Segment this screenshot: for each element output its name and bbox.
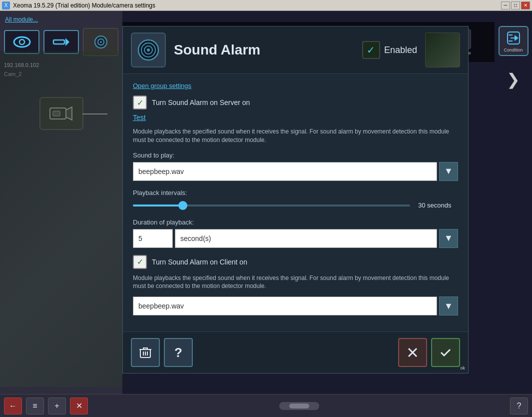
- slider-row: 30 seconds: [133, 200, 458, 210]
- client-sound-dropdown-button[interactable]: ▼: [439, 296, 458, 316]
- title-bar: X Xeoma 19.5.29 (Trial edition) Module/c…: [0, 0, 532, 11]
- slider-value-label: 30 seconds: [418, 202, 458, 209]
- camera-preview-thumbnail: [425, 32, 460, 68]
- enabled-section: ✓ Enabled: [362, 41, 417, 59]
- scroll-bar[interactable]: [279, 402, 319, 410]
- bottom-left-buttons: ← ≡ + ✕: [4, 398, 88, 414]
- close-button[interactable]: ✕: [521, 2, 530, 10]
- client-sound-input-row: ▼: [133, 296, 458, 316]
- add-button[interactable]: +: [48, 398, 66, 414]
- background-camera-image: [0, 51, 122, 387]
- svg-point-0: [14, 37, 30, 47]
- playback-slider[interactable]: [133, 200, 410, 210]
- test-link[interactable]: Test: [133, 114, 458, 122]
- duration-unit-input[interactable]: [175, 229, 437, 248]
- scroll-indicator: [279, 402, 319, 410]
- eye-icon-button[interactable]: [4, 30, 39, 54]
- all-modules-link[interactable]: All module...: [4, 15, 118, 24]
- sound-file-input[interactable]: [133, 162, 437, 181]
- client-alarm-label: Turn Sound Alarm on Client on: [152, 258, 247, 266]
- cancel-button[interactable]: [398, 338, 427, 367]
- svg-point-1: [19, 40, 24, 44]
- close-icon: ✕: [76, 401, 82, 410]
- duration-dropdown-button[interactable]: ▼: [439, 229, 458, 248]
- back-button[interactable]: ←: [4, 398, 22, 414]
- client-description: Module playbacks the specified sound whe…: [133, 274, 458, 291]
- playback-intervals-label: Playback intervals:: [133, 189, 458, 196]
- footer-left-buttons: ?: [131, 338, 193, 367]
- sound-to-play-label: Sound to play:: [133, 152, 458, 159]
- slider-track: [133, 204, 410, 206]
- server-alarm-row: ✓ Turn Sound Alarm on Server on: [133, 96, 458, 110]
- modal-footer: ? ok: [123, 332, 468, 373]
- sound-alarm-icon: [131, 32, 166, 68]
- sound-alarm-modal: Sound Alarm ✓ Enabled Open group setting…: [122, 26, 469, 374]
- add-icon: +: [54, 402, 59, 410]
- modal-title: Sound Alarm: [174, 42, 354, 58]
- sound-input-row: ▼: [133, 162, 458, 181]
- expand-right-icon[interactable]: ❯: [507, 70, 520, 89]
- svg-marker-3: [65, 38, 69, 46]
- window-title: Xeoma 19.5.29 (Trial edition) Module/cam…: [13, 2, 155, 9]
- enabled-label: Enabled: [384, 45, 417, 56]
- minimize-button[interactable]: ─: [501, 2, 510, 10]
- window-controls: ─ □ ✕: [501, 2, 530, 10]
- right-panel: Condition ❯: [495, 22, 532, 394]
- client-sound-file-input[interactable]: [133, 296, 437, 316]
- modal-header: Sound Alarm ✓ Enabled: [123, 26, 468, 74]
- svg-rect-2: [53, 40, 64, 44]
- help-bottom-button[interactable]: ?: [510, 398, 528, 414]
- open-group-settings-link[interactable]: Open group settings: [133, 82, 458, 90]
- list-button[interactable]: ≡: [26, 398, 44, 414]
- scroll-thumb: [289, 404, 309, 408]
- footer-right-buttons: ok: [398, 338, 460, 367]
- client-alarm-checkbox[interactable]: ✓: [133, 255, 147, 269]
- enabled-checkbox[interactable]: ✓: [362, 41, 380, 59]
- maximize-button[interactable]: □: [511, 2, 520, 10]
- main-area: All module...: [0, 11, 532, 417]
- app-icon: X: [2, 2, 10, 10]
- client-alarm-row: ✓ Turn Sound Alarm on Client on: [133, 255, 458, 269]
- ok-button[interactable]: ok: [431, 338, 460, 367]
- sound-dropdown-button[interactable]: ▼: [439, 162, 458, 181]
- server-alarm-label: Turn Sound Alarm on Server on: [152, 98, 250, 106]
- slider-fill: [133, 204, 183, 206]
- ok-label: ok: [460, 366, 465, 370]
- condition-button[interactable]: Condition: [499, 26, 529, 56]
- svg-point-6: [100, 41, 102, 43]
- sidebar: All module...: [0, 11, 122, 417]
- delete-button[interactable]: [131, 338, 160, 367]
- help-bottom-icon: ?: [517, 402, 522, 410]
- bottom-close-button[interactable]: ✕: [70, 398, 88, 414]
- slider-thumb[interactable]: [178, 201, 187, 210]
- arrow-icon-button[interactable]: [43, 30, 79, 54]
- server-description: Module playbacks the specified sound whe…: [133, 128, 458, 144]
- svg-marker-19: [515, 35, 519, 41]
- help-icon: ?: [174, 345, 182, 360]
- condition-label: Condition: [504, 48, 523, 52]
- svg-point-25: [147, 48, 150, 52]
- bottom-toolbar: ← ≡ + ✕ ?: [0, 394, 532, 417]
- duration-input[interactable]: [133, 229, 173, 248]
- duration-row: ▼: [133, 229, 458, 248]
- server-alarm-checkbox[interactable]: ✓: [133, 96, 147, 110]
- back-icon: ←: [9, 402, 17, 410]
- help-button[interactable]: ?: [164, 338, 193, 367]
- list-icon: ≡: [32, 402, 37, 410]
- modal-body: Open group settings ✓ Turn Sound Alarm o…: [123, 74, 468, 332]
- duration-label: Duration of playback:: [133, 218, 458, 226]
